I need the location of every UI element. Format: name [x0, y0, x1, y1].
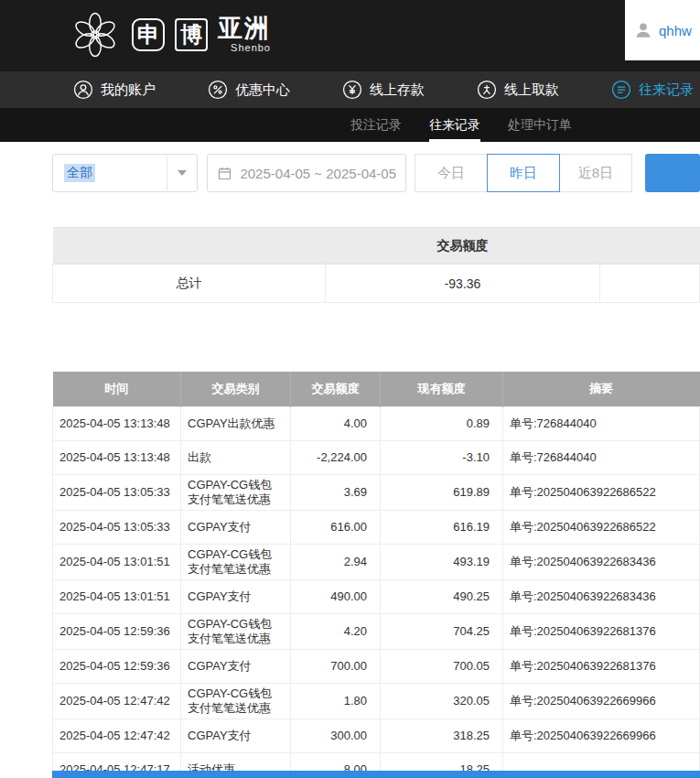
column-header: 现有额度 — [381, 372, 503, 406]
table-cell: 616.19 — [381, 510, 503, 544]
summary-header-amount: 交易额度 — [326, 228, 600, 265]
nav-item-withdraw[interactable]: 线上取款 — [477, 80, 559, 100]
table-cell: CGPAY出款优惠 — [181, 406, 291, 440]
summary-total-value: -93.36 — [326, 265, 600, 303]
table-cell: CGPAY支付 — [181, 579, 291, 613]
page: 申 博 亚洲 Shenbo qhhw 我的账户优惠中心线上存款线上取款往来记录 … — [0, 0, 700, 778]
nav-item-deposit[interactable]: 线上存款 — [342, 80, 425, 100]
records-icon — [611, 80, 631, 100]
summary-total-empty — [600, 265, 700, 303]
table-cell: 2025-04-05 13:01:51 — [53, 579, 181, 613]
user-account-button[interactable]: qhhw — [625, 0, 700, 60]
summary-total-label: 总计 — [53, 265, 326, 303]
transactions-body: 2025-04-05 13:13:48CGPAY出款优惠4.000.89单号:7… — [53, 406, 700, 778]
table-cell: 单号:202504063922669966 — [503, 683, 700, 719]
table-cell: 4.00 — [291, 406, 381, 440]
table-cell: 单号:202504063922683436 — [503, 579, 700, 613]
table-cell: 2025-04-05 12:59:36 — [53, 613, 181, 649]
transactions-table: 时间交易类别交易额度现有额度摘要 2025-04-05 13:13:48CGPA… — [52, 372, 700, 778]
table-cell: 0.89 — [381, 406, 503, 440]
table-cell: 单号:202504063922686522 — [503, 510, 700, 544]
table-row: 2025-04-05 13:05:33CGPAY支付616.00616.19单号… — [53, 510, 700, 544]
table-row: 2025-04-05 13:01:51CGPAY支付490.00490.25单号… — [53, 579, 700, 613]
table-cell: 700.05 — [381, 649, 503, 683]
range-button[interactable]: 昨日 — [487, 154, 560, 192]
table-cell: 2025-04-05 13:05:33 — [53, 510, 181, 544]
table-cell: 单号:726844040 — [503, 440, 700, 474]
dropdown-divider — [167, 156, 167, 190]
column-header: 交易类别 — [181, 372, 291, 406]
column-header: 摘要 — [503, 372, 700, 406]
nav-item-label: 往来记录 — [639, 81, 694, 99]
range-button[interactable]: 今日 — [415, 154, 488, 192]
content-area: 全部 2025-04-05 ~ 2025-04-05 今日昨日近8日 交易额度 — [0, 154, 700, 778]
table-cell: 单号:202504063922681376 — [503, 649, 700, 683]
table-cell: CGPAY支付 — [181, 719, 291, 752]
table-cell: 出款 — [181, 440, 291, 474]
table-cell: 2025-04-05 13:13:48 — [53, 406, 181, 440]
filter-bar: 全部 2025-04-05 ~ 2025-04-05 今日昨日近8日 — [52, 154, 700, 192]
table-cell: 493.19 — [381, 544, 503, 579]
search-button[interactable] — [645, 154, 700, 192]
table-cell: 2.94 — [291, 544, 381, 579]
lotus-flower-icon — [69, 8, 122, 61]
table-cell: 2025-04-05 12:47:42 — [53, 683, 181, 719]
table-cell: CGPAY-CG钱包支付笔笔送优惠 — [181, 613, 291, 649]
table-cell: 单号:202504063922681376 — [503, 613, 700, 649]
table-row: 2025-04-05 12:47:42CGPAY支付300.00318.25单号… — [53, 719, 700, 752]
subnav-item[interactable]: 投注记录 — [350, 108, 402, 142]
bottom-bar — [52, 771, 700, 778]
summary-header-empty — [53, 228, 326, 265]
nav-item-gift[interactable]: 优惠中心 — [208, 80, 290, 100]
date-range-input[interactable]: 2025-04-05 ~ 2025-04-05 — [207, 154, 406, 192]
nav-item-user[interactable]: 我的账户 — [73, 80, 156, 100]
table-cell: CGPAY-CG钱包支付笔笔送优惠 — [181, 474, 291, 510]
table-cell: 320.05 — [381, 683, 503, 719]
logo-char-shen: 申 — [132, 18, 165, 51]
table-cell: 2025-04-05 13:01:51 — [53, 544, 181, 579]
table-cell: -2,224.00 — [291, 440, 381, 474]
summary-header-row: 交易额度 — [53, 228, 700, 265]
nav-item-label: 线上存款 — [370, 81, 425, 99]
table-cell: 单号:726844040 — [503, 406, 700, 440]
table-cell: CGPAY支付 — [181, 649, 291, 683]
subnav-item[interactable]: 往来记录 — [429, 108, 480, 142]
table-row: 2025-04-05 12:47:42CGPAY-CG钱包支付笔笔送优惠1.80… — [53, 683, 700, 719]
table-cell: 单号:202504063922669966 — [503, 719, 700, 752]
table-cell: 2025-04-05 13:13:48 — [53, 440, 181, 474]
gift-icon — [208, 80, 228, 100]
table-cell: 3.69 — [291, 474, 381, 510]
table-cell: 704.25 — [381, 613, 503, 649]
table-row: 2025-04-05 13:05:33CGPAY-CG钱包支付笔笔送优惠3.69… — [53, 474, 700, 510]
table-cell: 1.80 — [291, 683, 381, 719]
range-button[interactable]: 近8日 — [559, 154, 632, 192]
username-text: qhhw — [659, 23, 692, 38]
nav-item-records[interactable]: 往来记录 — [611, 80, 694, 100]
type-dropdown-value: 全部 — [64, 164, 95, 182]
user-icon — [73, 80, 93, 100]
summary-table: 交易额度 总计 -93.36 — [52, 227, 700, 303]
column-header: 时间 — [53, 372, 181, 406]
table-cell: 490.00 — [291, 579, 381, 613]
table-row: 2025-04-05 13:13:48出款-2,224.00-3.10单号:72… — [53, 440, 700, 474]
table-cell: 单号:202504063922683436 — [503, 544, 700, 579]
table-cell: 单号:202504063922686522 — [503, 474, 700, 510]
logo-char-bo: 博 — [175, 18, 208, 51]
table-cell: 2025-04-05 12:47:42 — [53, 719, 181, 752]
type-dropdown[interactable]: 全部 — [52, 154, 198, 192]
nav-item-label: 我的账户 — [101, 81, 156, 99]
brand-logo: 申 博 亚洲 Shenbo — [69, 8, 271, 61]
table-cell: 700.00 — [291, 649, 381, 683]
main-nav: 我的账户优惠中心线上存款线上取款往来记录 — [0, 71, 700, 108]
table-cell: 616.00 — [291, 510, 381, 544]
calendar-icon — [217, 166, 232, 181]
table-cell: CGPAY支付 — [181, 510, 291, 544]
user-avatar-icon — [633, 20, 653, 40]
logo-region-block: 亚洲 Shenbo — [218, 16, 271, 53]
top-header: 申 博 亚洲 Shenbo qhhw — [0, 0, 700, 71]
chevron-down-icon — [178, 170, 187, 176]
table-cell: CGPAY-CG钱包支付笔笔送优惠 — [181, 683, 291, 719]
table-cell: 318.25 — [381, 719, 503, 752]
summary-total-row: 总计 -93.36 — [53, 265, 700, 303]
subnav-item[interactable]: 处理中订单 — [508, 108, 572, 142]
